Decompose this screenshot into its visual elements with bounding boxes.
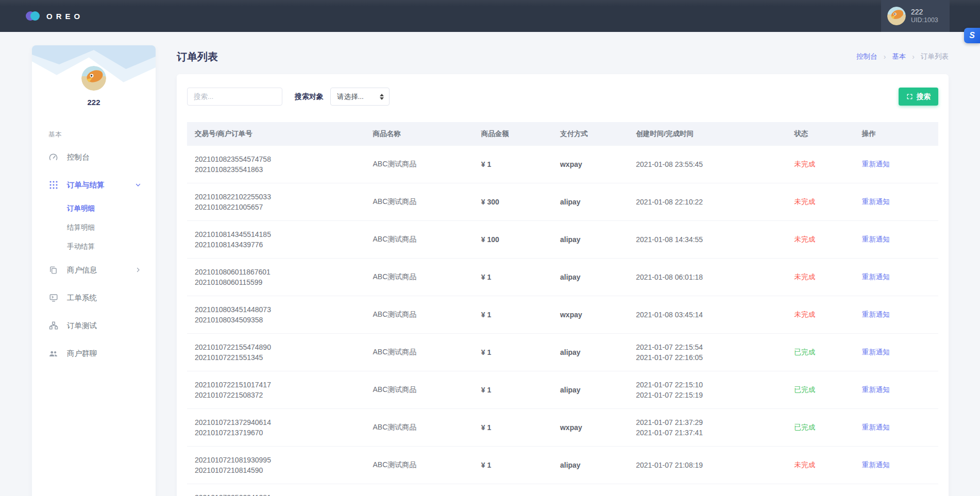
col-header-status: 状态 (787, 122, 854, 146)
table-row: 2021010720502941281 2021-01-07 20:50:29 (187, 484, 938, 496)
renotify-link[interactable]: 重新通知 (862, 423, 890, 431)
sidebar-item-dashboard[interactable]: 控制台 (32, 143, 156, 171)
sidebar-item-merchant-info[interactable]: 商户信息 (32, 256, 156, 284)
cell-status: 未完成 (787, 447, 854, 484)
main-content: 订单列表 控制台 › 基本 › 订单列表 搜索对象 请选择... 搜索 (177, 45, 949, 496)
renotify-link[interactable]: 重新通知 (862, 160, 890, 168)
cell-time: 2021-01-07 22:15:102021-01-07 22:15:19 (628, 371, 786, 409)
side-panel-icon[interactable]: S (964, 28, 980, 43)
search-input[interactable] (187, 88, 282, 106)
renotify-link[interactable]: 重新通知 (862, 311, 890, 318)
renotify-link[interactable]: 重新通知 (862, 348, 890, 356)
table-header-row: 交易号/商户订单号 商品名称 商品金额 支付方式 创建时间/完成时间 状态 操作 (187, 122, 938, 146)
cell-pay-method: wxpay (552, 409, 628, 447)
sidebar-item-label: 工单系统 (67, 293, 97, 303)
cell-order-numbers: 2021010720502941281 (187, 484, 365, 496)
sidebar-item-label: 商户信息 (67, 265, 97, 275)
table-row: 202101072108193099520210107210814590 ABC… (187, 447, 938, 484)
sidebar-subitem-settlement-detail[interactable]: 结算明细 (32, 218, 156, 237)
status-badge: 已完成 (795, 348, 816, 356)
sidebar-item-ticket-system[interactable]: 工单系统 (32, 284, 156, 312)
terminal-monitor-icon (48, 293, 58, 303)
col-header-pay-method: 支付方式 (552, 122, 628, 146)
col-header-trade-no: 交易号/商户订单号 (187, 122, 365, 146)
brand-logo-icon (26, 11, 41, 21)
sidebar-item-order-test[interactable]: 订单测试 (32, 312, 156, 339)
table-row: 202101072215101741720210107221508372 ABC… (187, 371, 938, 409)
cell-status: 未完成 (787, 146, 854, 183)
cell-order-numbers: 202101072215101741720210107221508372 (187, 371, 365, 409)
cell-product: ABC测试商品 (365, 334, 473, 371)
grid-dots-icon (48, 180, 58, 190)
users-icon (48, 349, 58, 358)
breadcrumb-item-dashboard[interactable]: 控制台 (856, 52, 877, 61)
chevron-right-icon (135, 267, 141, 273)
sidebar-item-label: 商户群聊 (67, 349, 97, 358)
cell-action: 重新通知 (854, 447, 938, 484)
sidebar-item-orders-settlement[interactable]: 订单与结算 (32, 171, 156, 199)
cell-product: ABC测试商品 (365, 221, 473, 259)
cell-pay-method: alipay (552, 371, 628, 409)
sidebar-subitem-label: 结算明细 (67, 223, 95, 232)
cell-action: 重新通知 (854, 409, 938, 447)
orders-table: 交易号/商户订单号 商品名称 商品金额 支付方式 创建时间/完成时间 状态 操作… (187, 122, 938, 496)
status-badge: 已完成 (795, 423, 816, 431)
navbar-user-menu[interactable]: 222 UID:1003 (881, 0, 950, 32)
search-target-select[interactable]: 请选择... (330, 88, 390, 106)
status-badge: 未完成 (795, 160, 816, 168)
breadcrumb-item-basic[interactable]: 基本 (892, 52, 906, 61)
cell-pay-method: alipay (552, 447, 628, 484)
order-list-card: 搜索对象 请选择... 搜索 交易号/商户订单号 商品名称 (177, 74, 949, 496)
cell-amount: ¥ 1 (474, 146, 552, 183)
renotify-link[interactable]: 重新通知 (862, 386, 890, 394)
status-badge: 未完成 (795, 198, 816, 206)
cell-pay-method (552, 484, 628, 496)
cell-action: 重新通知 (854, 371, 938, 409)
cell-amount: ¥ 1 (474, 409, 552, 447)
renotify-link[interactable]: 重新通知 (862, 461, 890, 469)
cell-product: ABC测试商品 (365, 447, 473, 484)
sidebar-subitem-label: 订单明细 (67, 204, 95, 213)
cell-status: 未完成 (787, 259, 854, 296)
sidebar-menu: 控制台 订单与结算 订单明细 结算明细 手动结算 (32, 143, 156, 367)
sidebar: 222 基本 控制台 订单与结算 (32, 45, 156, 496)
cell-product: ABC测试商品 (365, 409, 473, 447)
cell-action: 重新通知 (854, 183, 938, 221)
sidebar-item-merchant-chat[interactable]: 商户群聊 (32, 339, 156, 367)
table-row: 202101080345144807320210108034509358 ABC… (187, 296, 938, 334)
cell-time: 2021-01-08 03:45:14 (628, 296, 786, 334)
table-row: 202101082355457475820210108235541863 ABC… (187, 146, 938, 183)
sidebar-item-label: 订单与结算 (67, 180, 105, 190)
renotify-link[interactable]: 重新通知 (862, 273, 890, 281)
status-badge: 未完成 (795, 311, 816, 318)
sidebar-subitem-order-detail[interactable]: 订单明细 (32, 199, 156, 218)
cell-amount (474, 484, 552, 496)
sidebar-subitem-manual-settlement[interactable]: 手动结算 (32, 237, 156, 256)
search-button[interactable]: 搜索 (899, 88, 938, 106)
brand-logo[interactable]: OREO (0, 11, 83, 21)
table-row: 202101081434551418520210108143439776 ABC… (187, 221, 938, 259)
renotify-link[interactable]: 重新通知 (862, 198, 890, 206)
cell-amount: ¥ 1 (474, 296, 552, 334)
filter-toolbar: 搜索对象 请选择... 搜索 (187, 88, 938, 106)
breadcrumb-separator: › (884, 53, 886, 61)
cell-pay-method: alipay (552, 221, 628, 259)
cell-order-numbers: 202101072108193099520210107210814590 (187, 447, 365, 484)
cell-product: ABC测试商品 (365, 259, 473, 296)
status-badge: 已完成 (795, 386, 816, 394)
cell-amount: ¥ 1 (474, 259, 552, 296)
cell-order-numbers: 202101080601186760120210108060115599 (187, 259, 365, 296)
cell-order-numbers: 202101072137294061420210107213719670 (187, 409, 365, 447)
cell-amount: ¥ 1 (474, 371, 552, 409)
select-caret-icon (380, 94, 384, 100)
sidebar-item-label: 控制台 (67, 152, 90, 162)
cell-amount: ¥ 300 (474, 183, 552, 221)
table-row: 202101072137294061420210107213719670 ABC… (187, 409, 938, 447)
status-badge: 未完成 (795, 273, 816, 281)
gauge-icon (48, 152, 58, 162)
cell-amount: ¥ 1 (474, 447, 552, 484)
renotify-link[interactable]: 重新通知 (862, 235, 890, 243)
cell-time: 2021-01-08 06:01:18 (628, 259, 786, 296)
cell-action: 重新通知 (854, 334, 938, 371)
cell-pay-method: alipay (552, 259, 628, 296)
